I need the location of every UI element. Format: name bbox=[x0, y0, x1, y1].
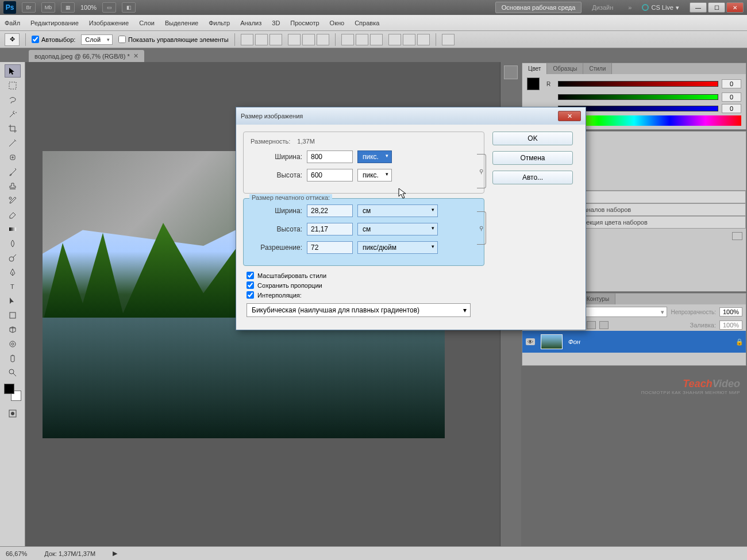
workspace-more-icon[interactable]: » bbox=[623, 2, 636, 13]
tab-color[interactable]: Цвет bbox=[522, 63, 547, 74]
hand-tool[interactable] bbox=[5, 352, 21, 365]
height-unit-select[interactable]: пикс. bbox=[357, 169, 392, 181]
minibridge-panel-icon[interactable] bbox=[504, 65, 518, 79]
constrain-link-icon[interactable]: ⚲ bbox=[477, 211, 486, 245]
move-tool-icon[interactable]: ✥ bbox=[5, 33, 20, 46]
fg-color-swatch[interactable] bbox=[4, 384, 14, 394]
interpolation-select[interactable]: Бикубическая (наилучшая для плавных град… bbox=[247, 303, 471, 317]
menu-image[interactable]: Изображение bbox=[89, 20, 129, 26]
lasso-tool[interactable] bbox=[5, 93, 21, 106]
r-value[interactable]: 0 bbox=[722, 79, 741, 88]
menu-layers[interactable]: Слои bbox=[139, 20, 155, 26]
heal-tool[interactable] bbox=[5, 150, 21, 164]
blur-tool[interactable] bbox=[5, 237, 21, 250]
g-slider[interactable] bbox=[558, 94, 718, 100]
document-tab[interactable]: водопад.jpeg @ 66,7% (RGB/8) * ✕ bbox=[29, 50, 144, 62]
minimize-button[interactable]: — bbox=[690, 2, 707, 13]
history-brush-tool[interactable] bbox=[5, 194, 21, 207]
distribute-icon[interactable] bbox=[403, 34, 415, 45]
menu-3d[interactable]: 3D bbox=[272, 20, 280, 26]
autoselect-checkbox[interactable]: Автовыбор: bbox=[32, 36, 75, 43]
workspace-essentials[interactable]: Основная рабочая среда bbox=[495, 2, 582, 13]
distribute-icon[interactable] bbox=[341, 34, 354, 45]
print-width-unit[interactable]: см bbox=[357, 204, 438, 217]
tab-close-icon[interactable]: ✕ bbox=[133, 52, 138, 60]
fill-value[interactable]: 100% bbox=[719, 320, 742, 330]
pen-tool[interactable] bbox=[5, 265, 21, 279]
minibridge-icon[interactable]: Mb bbox=[41, 2, 55, 13]
screenmode-icon[interactable]: ◧ bbox=[122, 2, 136, 13]
menu-analysis[interactable]: Анализ bbox=[240, 20, 261, 26]
layer-thumbnail[interactable] bbox=[541, 334, 563, 349]
resolution-unit[interactable]: пикс/дюйм bbox=[357, 241, 438, 254]
menu-window[interactable]: Окно bbox=[330, 20, 345, 26]
constrain-proportions-checkbox[interactable]: Сохранить пропорции bbox=[243, 280, 484, 290]
status-docsize[interactable]: Док: 1,37M/1,37M bbox=[44, 550, 95, 557]
menu-edit[interactable]: Редактирование bbox=[30, 20, 79, 26]
panel-btn[interactable] bbox=[732, 232, 742, 240]
color-swatches[interactable] bbox=[4, 384, 21, 401]
move-tool[interactable] bbox=[5, 64, 21, 78]
align-icon[interactable] bbox=[255, 34, 268, 45]
print-height-unit[interactable]: см bbox=[357, 223, 438, 235]
crop-tool[interactable] bbox=[5, 122, 21, 135]
resample-checkbox[interactable]: Интерполяция: bbox=[243, 290, 484, 300]
wand-tool[interactable] bbox=[5, 107, 21, 121]
eraser-tool[interactable] bbox=[5, 208, 21, 221]
print-height-input[interactable] bbox=[307, 223, 353, 235]
eyedropper-tool[interactable] bbox=[5, 136, 21, 149]
status-zoom[interactable]: 66,67% bbox=[6, 550, 27, 557]
status-arrow-icon[interactable]: ▶ bbox=[113, 550, 117, 557]
close-button[interactable]: ✕ bbox=[726, 2, 744, 13]
arrange-icon[interactable]: ▭ bbox=[102, 2, 116, 13]
bridge-icon[interactable]: Br bbox=[22, 2, 36, 13]
type-tool[interactable]: T bbox=[5, 280, 21, 293]
scale-styles-checkbox[interactable]: Масштабировать стили bbox=[243, 271, 484, 280]
auto-align-icon[interactable] bbox=[442, 34, 455, 45]
3d-tool[interactable] bbox=[5, 323, 21, 336]
align-icon[interactable] bbox=[317, 34, 329, 45]
opacity-value[interactable]: 100% bbox=[719, 307, 742, 316]
quickmask-toggle[interactable] bbox=[5, 407, 21, 420]
marquee-tool[interactable] bbox=[5, 79, 21, 92]
tab-swatches[interactable]: Образцы bbox=[547, 63, 583, 74]
tab-styles[interactable]: Стили bbox=[583, 63, 612, 74]
lock-all-icon[interactable] bbox=[599, 321, 609, 329]
stamp-tool[interactable] bbox=[5, 179, 21, 192]
zoom-tool[interactable] bbox=[5, 366, 21, 379]
align-icon[interactable] bbox=[269, 34, 282, 45]
menu-select[interactable]: Выделение bbox=[165, 20, 198, 26]
show-transform-checkbox[interactable]: Показать управляющие элементы bbox=[118, 36, 229, 43]
shape-tool[interactable] bbox=[5, 308, 21, 322]
align-icon[interactable] bbox=[241, 34, 253, 45]
b-value[interactable]: 0 bbox=[722, 104, 741, 113]
menu-help[interactable]: Справка bbox=[355, 20, 379, 26]
layer-name[interactable]: Фон bbox=[568, 338, 730, 345]
pixel-height-input[interactable] bbox=[307, 169, 353, 181]
align-icon[interactable] bbox=[288, 34, 301, 45]
align-icon[interactable] bbox=[302, 34, 315, 45]
menu-filter[interactable]: Фильтр bbox=[209, 20, 230, 26]
workspace-design[interactable]: Дизайн bbox=[587, 2, 618, 13]
width-unit-select[interactable]: пикс. bbox=[357, 150, 392, 163]
distribute-icon[interactable] bbox=[388, 34, 401, 45]
3d-camera-tool[interactable] bbox=[5, 337, 21, 350]
color-preview[interactable] bbox=[527, 78, 540, 90]
brush-tool[interactable] bbox=[5, 165, 21, 178]
cancel-button[interactable]: Отмена bbox=[492, 151, 573, 165]
layer-row[interactable]: 👁 Фон 🔒 bbox=[522, 331, 746, 353]
path-select-tool[interactable] bbox=[5, 294, 21, 307]
distribute-icon[interactable] bbox=[370, 34, 383, 45]
gradient-tool[interactable] bbox=[5, 222, 21, 235]
print-width-input[interactable] bbox=[307, 204, 353, 217]
dodge-tool[interactable] bbox=[5, 251, 21, 264]
ok-button[interactable]: OK bbox=[492, 132, 573, 145]
pixel-width-input[interactable] bbox=[307, 150, 353, 163]
distribute-icon[interactable] bbox=[356, 34, 368, 45]
dialog-close-button[interactable]: ✕ bbox=[558, 111, 581, 121]
zoom-readout[interactable]: 100% bbox=[80, 4, 97, 11]
auto-button[interactable]: Авто... bbox=[492, 171, 573, 184]
r-slider[interactable] bbox=[558, 81, 718, 87]
view-extras-icon[interactable]: ▦ bbox=[61, 2, 75, 13]
cs-live-button[interactable]: CS Live▾ bbox=[642, 4, 679, 11]
